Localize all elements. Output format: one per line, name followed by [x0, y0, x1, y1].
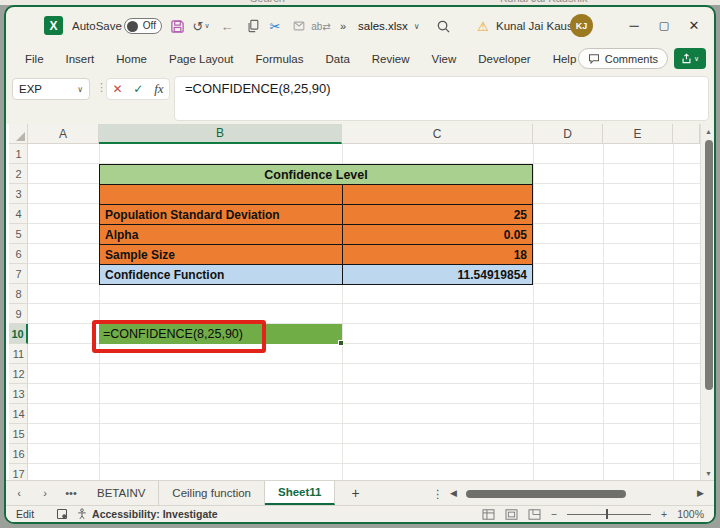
sheet-list-icon[interactable]: ••• — [58, 481, 84, 505]
row-header-13[interactable]: 13 — [9, 384, 28, 404]
tab-formulas[interactable]: Formulas — [245, 45, 315, 73]
undo-icon[interactable]: ↺∨ — [190, 16, 212, 36]
more-commands-icon[interactable]: » — [336, 16, 350, 36]
table-label-population-std-dev[interactable]: Population Standard Deviation — [99, 204, 343, 225]
tab-options-icon[interactable]: ⋮ — [432, 481, 444, 506]
sheet-tab-ceiling-function[interactable]: Ceiling function — [159, 481, 265, 505]
find-replace-icon[interactable]: ab⇄ — [310, 16, 332, 36]
status-bar: Edit Accessibility: Investigate — [6, 505, 714, 522]
tab-review[interactable]: Review — [361, 45, 421, 73]
select-all-corner[interactable] — [9, 124, 28, 144]
sheet-next-icon[interactable]: › — [32, 481, 58, 505]
scroll-left-icon[interactable]: ◀ — [450, 488, 457, 498]
paste-icon[interactable] — [290, 16, 308, 36]
formula-input[interactable]: =CONFIDENCE(8,25,90) — [174, 76, 709, 121]
redo-icon[interactable]: ← — [218, 16, 236, 36]
share-button[interactable]: ∨ — [674, 48, 706, 69]
column-header-e[interactable]: E — [603, 124, 673, 144]
row-header-6[interactable]: 6 — [9, 244, 28, 264]
row-header-1[interactable]: 1 — [9, 144, 28, 164]
cancel-icon[interactable]: ✕ — [112, 82, 122, 96]
row-header-15[interactable]: 15 — [9, 424, 28, 444]
horizontal-scroll-thumb[interactable] — [466, 490, 626, 498]
fill-handle[interactable] — [338, 340, 344, 346]
scroll-down-icon[interactable]: ▼ — [701, 466, 716, 480]
tab-file[interactable]: File — [14, 45, 55, 73]
file-name[interactable]: sales.xlsx∨ — [358, 16, 420, 36]
row-header-7[interactable]: 7 — [9, 264, 28, 284]
tab-view[interactable]: View — [421, 45, 468, 73]
zoom-in-icon[interactable]: + — [661, 508, 667, 520]
toggle-knob-icon — [127, 21, 138, 32]
autosave-toggle[interactable]: Off — [124, 18, 162, 34]
tab-home[interactable]: Home — [105, 45, 158, 73]
row-header-3[interactable]: 3 — [9, 184, 28, 204]
table-label-confidence-function[interactable]: Confidence Function — [99, 264, 343, 285]
tab-insert[interactable]: Insert — [55, 45, 106, 73]
scroll-up-icon[interactable]: ▲ — [701, 124, 716, 138]
enter-icon[interactable]: ✓ — [133, 82, 143, 96]
row-header-8[interactable]: 8 — [9, 284, 28, 304]
table-empty-value-cell[interactable] — [342, 184, 533, 205]
name-box[interactable]: EXP ∨ — [12, 78, 90, 100]
macro-record-icon[interactable] — [56, 508, 68, 520]
page-layout-view-icon[interactable] — [505, 509, 518, 520]
save-icon[interactable] — [168, 16, 186, 36]
table-title-cell[interactable]: Confidence Level — [99, 164, 533, 185]
maximize-button[interactable]: ▢ — [650, 13, 678, 37]
row-header-12[interactable]: 12 — [9, 364, 28, 384]
search-icon[interactable] — [434, 16, 452, 36]
zoom-level[interactable]: 100% — [677, 508, 704, 520]
autosave-label: AutoSave — [72, 16, 122, 36]
row-header-5[interactable]: 5 — [9, 224, 28, 244]
warning-icon[interactable]: ⚠ — [474, 16, 492, 36]
table-label-sample-size[interactable]: Sample Size — [99, 244, 343, 265]
table-value-confidence-function[interactable]: 11.54919854 — [342, 264, 533, 285]
scroll-right-icon[interactable]: ▶ — [697, 488, 704, 498]
row-headers: 1 2 3 4 5 6 7 8 9 10 11 12 13 14 15 16 1… — [9, 144, 28, 480]
spreadsheet-grid: A B C D E 1 2 3 4 5 6 7 8 9 10 11 12 13 … — [6, 124, 716, 480]
horizontal-scrollbar[interactable]: ◀ ▶ — [450, 481, 704, 506]
column-header-a[interactable]: A — [28, 124, 99, 144]
add-sheet-button[interactable]: + — [335, 481, 375, 505]
formula-bar-buttons: ✕ ✓ fx — [106, 78, 170, 100]
tab-developer[interactable]: Developer — [467, 45, 541, 73]
column-header-d[interactable]: D — [533, 124, 603, 144]
insert-function-icon[interactable]: fx — [154, 81, 163, 97]
column-header-partial[interactable] — [673, 124, 700, 144]
excel-logo-icon[interactable]: X — [44, 16, 63, 35]
row-header-16[interactable]: 16 — [9, 444, 28, 464]
tab-data[interactable]: Data — [315, 45, 361, 73]
comments-button[interactable]: Comments — [578, 48, 668, 69]
column-header-c[interactable]: C — [342, 124, 533, 144]
table-value-population-std-dev[interactable]: 25 — [342, 204, 533, 225]
sheet-tab-sheet11[interactable]: Sheet11 — [265, 481, 335, 505]
row-header-14[interactable]: 14 — [9, 404, 28, 424]
row-header-4[interactable]: 4 — [9, 204, 28, 224]
cut-icon[interactable]: ✂ — [266, 16, 284, 36]
table-empty-label-cell[interactable] — [99, 184, 343, 205]
table-value-sample-size[interactable]: 18 — [342, 244, 533, 265]
minimize-button[interactable]: ─ — [620, 13, 648, 37]
zoom-slider[interactable] — [567, 508, 651, 520]
sheet-prev-icon[interactable]: ‹ — [6, 481, 32, 505]
close-button[interactable]: ✕ — [680, 13, 708, 37]
vertical-scrollbar[interactable]: ▲ ▼ — [700, 124, 715, 480]
column-header-b[interactable]: B — [99, 124, 342, 144]
page-break-view-icon[interactable] — [528, 509, 541, 520]
tab-page-layout[interactable]: Page Layout — [158, 45, 245, 73]
table-label-alpha[interactable]: Alpha — [99, 224, 343, 245]
table-value-alpha[interactable]: 0.05 — [342, 224, 533, 245]
copy-icon[interactable] — [244, 16, 262, 36]
accessibility-status[interactable]: Accessibility: Investigate — [76, 508, 217, 520]
vertical-scroll-thumb[interactable] — [705, 140, 713, 390]
avatar[interactable]: KJ — [570, 14, 593, 37]
row-header-10[interactable]: 10 — [9, 324, 28, 344]
sheet-tab-betainv[interactable]: BETAINV — [84, 481, 159, 505]
zoom-slider-thumb[interactable] — [606, 509, 609, 519]
row-header-9[interactable]: 9 — [9, 304, 28, 324]
zoom-out-icon[interactable]: − — [551, 508, 557, 520]
row-header-2[interactable]: 2 — [9, 164, 28, 184]
normal-view-icon[interactable] — [482, 509, 495, 520]
row-header-11[interactable]: 11 — [9, 344, 28, 364]
